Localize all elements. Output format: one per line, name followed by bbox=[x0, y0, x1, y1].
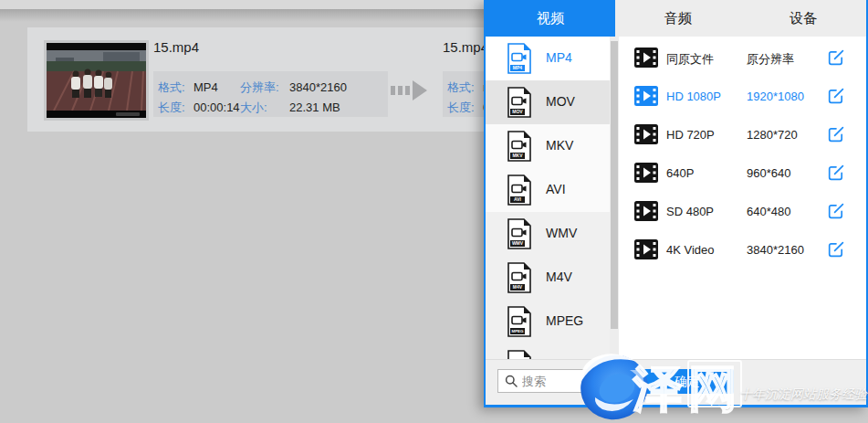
size-label: 大小: bbox=[240, 98, 289, 117]
mpeg-file-icon: MPEG bbox=[507, 306, 532, 337]
format-tabbar: 视频 音频 设备 bbox=[486, 0, 866, 37]
format-item-m4v[interactable]: M4V M4V bbox=[486, 256, 610, 300]
confirm-button[interactable]: 确定 bbox=[641, 369, 734, 394]
filmstrip-icon bbox=[634, 239, 658, 259]
format-item-label: MP4 bbox=[546, 50, 572, 65]
format-item-label: MKV bbox=[546, 138, 573, 153]
svg-text:WMV: WMV bbox=[512, 240, 524, 246]
preset-resolution: 1280*720 bbox=[747, 128, 798, 142]
tab-audio[interactable]: 音频 bbox=[615, 0, 741, 37]
wmv-file-icon: WMV bbox=[507, 218, 532, 249]
preset-name: HD 1080P bbox=[666, 90, 721, 103]
preset-row-original[interactable]: 同原文件 原分辨率 bbox=[619, 38, 866, 77]
convert-arrow-icon bbox=[391, 80, 436, 100]
filmstrip-icon bbox=[634, 86, 658, 106]
preset-resolution: 960*640 bbox=[747, 166, 790, 180]
edit-preset-icon[interactable] bbox=[827, 164, 845, 182]
file-icon bbox=[507, 350, 532, 359]
source-meta-row2: 长度:00:00:14大小:22.31 MB bbox=[158, 98, 388, 117]
search-icon bbox=[505, 375, 518, 387]
filmstrip-icon bbox=[634, 163, 658, 183]
preset-row-hd720p[interactable]: HD 720P 1280*720 bbox=[619, 115, 866, 153]
resolution-label: 分辨率: bbox=[240, 78, 289, 98]
preset-row-640p[interactable]: 640P 960*640 bbox=[619, 153, 866, 192]
filmstrip-icon bbox=[634, 124, 658, 144]
filmstrip-icon bbox=[634, 48, 658, 68]
tab-device[interactable]: 设备 bbox=[741, 0, 867, 37]
video-thumbnail bbox=[44, 40, 149, 121]
svg-text:M4V: M4V bbox=[513, 284, 523, 290]
edit-preset-icon[interactable] bbox=[827, 240, 845, 259]
thumbnail-watermark bbox=[116, 112, 140, 116]
tab-video[interactable]: 视频 bbox=[486, 0, 615, 37]
format-item-label: MOV bbox=[546, 94, 575, 109]
duration-value: 00:00:14 bbox=[193, 98, 240, 117]
thumbnail-image bbox=[47, 43, 146, 118]
preset-name: 4K Video bbox=[666, 243, 715, 257]
svg-text:AVI: AVI bbox=[514, 196, 522, 202]
preset-resolution: 640*480 bbox=[747, 205, 790, 218]
format-label: 格式: bbox=[158, 78, 193, 98]
format-item-mpeg[interactable]: MPEG MPEG bbox=[486, 300, 610, 344]
preset-list: 同原文件 原分辨率 HD 1080P 1920*1080 bbox=[619, 37, 866, 359]
format-item-mov[interactable]: MOV MOV bbox=[486, 80, 610, 124]
m4v-file-icon: M4V bbox=[507, 262, 532, 293]
preset-name: 640P bbox=[666, 166, 694, 180]
edit-preset-icon[interactable] bbox=[827, 125, 845, 143]
source-file-title: 15.mp4 bbox=[153, 39, 199, 55]
preset-row-4k[interactable]: 4K Video 3840*2160 bbox=[619, 230, 866, 269]
resolution-value: 3840*2160 bbox=[289, 78, 347, 98]
mkv-file-icon: MKV bbox=[507, 131, 532, 162]
filmstrip-icon bbox=[634, 201, 658, 221]
preset-name: SD 480P bbox=[666, 205, 714, 218]
preset-resolution: 原分辨率 bbox=[747, 51, 794, 68]
format-list: MP4 MP4 MOV MOV bbox=[486, 37, 610, 359]
preset-name: 同原文件 bbox=[666, 51, 714, 68]
edit-preset-icon[interactable] bbox=[827, 202, 845, 220]
format-item-label: MPEG bbox=[546, 313, 583, 328]
preset-resolution: 1920*1080 bbox=[747, 90, 804, 103]
format-label: 格式: bbox=[447, 78, 483, 98]
edit-preset-icon[interactable] bbox=[827, 87, 845, 105]
format-item-label: WMV bbox=[546, 226, 577, 240]
duration-label: 长度: bbox=[158, 98, 193, 117]
format-search-box[interactable] bbox=[497, 369, 632, 393]
duration-label: 长度: bbox=[447, 98, 483, 117]
preset-row-sd480p[interactable]: SD 480P 640*480 bbox=[619, 192, 866, 230]
format-item-avi[interactable]: AVI AVI bbox=[486, 168, 610, 212]
popup-body: MP4 MP4 MOV MOV bbox=[486, 37, 866, 359]
format-item-label: AVI bbox=[546, 182, 566, 196]
format-item-label: M4V bbox=[546, 270, 572, 284]
scrollbar-thumb[interactable] bbox=[611, 41, 618, 329]
avi-file-icon: AVI bbox=[507, 174, 532, 206]
svg-text:MPEG: MPEG bbox=[512, 329, 525, 333]
preset-name: HD 720P bbox=[666, 128, 715, 142]
format-picker-popup: 视频 音频 设备 MP4 MP4 bbox=[484, 0, 868, 407]
size-value: 22.31 MB bbox=[289, 98, 340, 117]
preset-resolution: 3840*2160 bbox=[747, 243, 804, 257]
format-list-scrollbar[interactable] bbox=[610, 37, 619, 359]
format-item-mkv[interactable]: MKV MKV bbox=[486, 124, 610, 168]
edit-preset-icon[interactable] bbox=[827, 48, 845, 67]
preset-row-hd1080p[interactable]: HD 1080P 1920*1080 bbox=[619, 77, 866, 115]
source-metadata: 格式:MP4分辨率:3840*2160 长度:00:00:14大小:22.31 … bbox=[153, 71, 388, 117]
svg-text:MKV: MKV bbox=[512, 153, 523, 158]
mov-file-icon: MOV bbox=[507, 87, 532, 118]
svg-text:MP4: MP4 bbox=[513, 65, 523, 70]
source-meta-row1: 格式:MP4分辨率:3840*2160 bbox=[158, 78, 388, 98]
output-file-title: 15.mp4 bbox=[443, 39, 488, 55]
popup-footer: 确定 bbox=[486, 359, 866, 405]
search-input[interactable] bbox=[522, 375, 613, 388]
format-item-wmv[interactable]: WMV WMV bbox=[486, 212, 610, 256]
format-value: MP4 bbox=[193, 78, 240, 98]
format-item-partial[interactable] bbox=[486, 344, 610, 359]
format-item-mp4[interactable]: MP4 MP4 bbox=[486, 37, 610, 80]
svg-text:MOV: MOV bbox=[512, 109, 523, 114]
mp4-file-icon: MP4 bbox=[507, 43, 532, 74]
